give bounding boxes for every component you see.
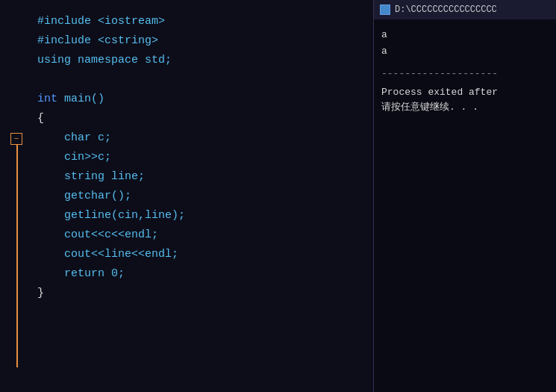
code-token: main()	[57, 90, 104, 109]
code-line: cout<<line<<endl;	[37, 245, 361, 264]
code-line: #include <iostream>	[37, 12, 361, 31]
code-area: #include <iostream> #include <cstring> u…	[0, 0, 373, 315]
terminal-icon	[380, 4, 390, 15]
code-token: string line;	[37, 167, 145, 187]
code-line: using namespace std;	[37, 51, 361, 70]
terminal-titlebar: D:\CCCCCCCCCCCCCCCC	[374, 0, 556, 19]
code-token: #include <iostream>	[37, 12, 165, 31]
code-line: getchar();	[37, 187, 361, 206]
terminal-title: D:\CCCCCCCCCCCCCCCC	[395, 4, 497, 15]
code-token: #include <cstring>	[37, 31, 158, 51]
code-line	[37, 70, 361, 90]
code-line: int main()	[37, 90, 361, 109]
code-token: cout<<line<<endl;	[37, 245, 178, 264]
collapse-button[interactable]: −	[10, 133, 22, 145]
code-token: getline(cin,line);	[37, 206, 185, 225]
code-token: return 0;	[37, 264, 125, 284]
code-token: char c;	[37, 128, 111, 148]
code-token: }	[37, 284, 44, 303]
code-line: {	[37, 109, 361, 128]
code-token: cout<<c<<endl;	[37, 225, 158, 245]
code-line: cin>>c;	[37, 148, 361, 167]
code-line: }	[37, 284, 361, 303]
code-line: cout<<c<<endl;	[37, 225, 361, 245]
code-token: int	[37, 90, 57, 109]
code-line: string line;	[37, 167, 361, 187]
code-token: {	[37, 109, 44, 128]
code-line: return 0;	[37, 264, 361, 284]
terminal-pane: D:\CCCCCCCCCCCCCCCC a a ----------------…	[373, 0, 556, 392]
terminal-output-line-2: a	[381, 43, 549, 60]
terminal-separator: --------------------	[381, 66, 549, 82]
code-line: #include <cstring>	[37, 31, 361, 51]
terminal-chinese-text: 请按任意键继续. . .	[381, 100, 549, 115]
code-line: char c;	[37, 128, 361, 148]
editor-pane: − #include <iostream> #include <cstring>…	[0, 0, 373, 392]
terminal-output-line-1: a	[381, 27, 549, 43]
terminal-body: a a -------------------- Process exited …	[374, 19, 556, 392]
code-token	[37, 70, 44, 90]
code-token: using namespace std;	[37, 51, 172, 70]
code-line: getline(cin,line);	[37, 206, 361, 225]
code-token: cin>>c;	[37, 148, 111, 167]
terminal-process-text: Process exited after	[381, 85, 549, 100]
code-token: getchar();	[37, 187, 131, 206]
